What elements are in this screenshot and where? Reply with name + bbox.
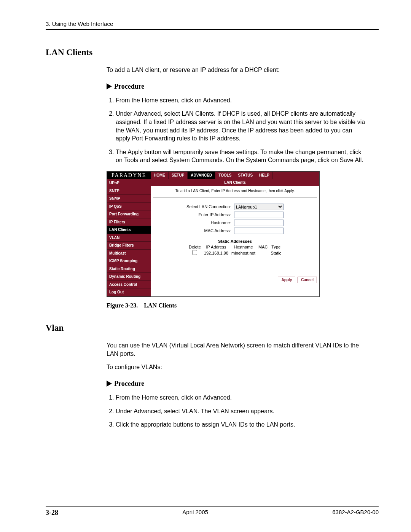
input-host[interactable]	[234, 220, 284, 226]
cell-ip: 192.168.1.98	[204, 250, 228, 256]
form-table: Select LAN Connection: LANgroup1 Enter I…	[185, 202, 285, 236]
triangle-icon	[107, 381, 112, 387]
chapter-header: 3. Using the Web Interface	[46, 21, 379, 27]
list-item: Click the appropriate buttons to assign …	[116, 421, 365, 429]
apply-button[interactable]: Apply	[278, 277, 295, 284]
list-item: From the Home screen, click on Advanced.	[116, 393, 365, 402]
nav-help[interactable]: HELP	[256, 172, 273, 179]
procedure-heading-2: Procedure	[107, 379, 365, 388]
sidebar-item-snmp[interactable]: SNMP	[107, 195, 151, 203]
procedure-label: Procedure	[114, 379, 144, 388]
sidebar-item-static-routing[interactable]: Static Routing	[107, 265, 151, 273]
sidebar-item-multicast[interactable]: Multicast	[107, 250, 151, 258]
procedure-list-1: From the Home screen, click on Advanced.…	[107, 96, 365, 164]
procedure-heading: Procedure	[107, 82, 365, 91]
label-ip: Enter IP Address:	[186, 212, 233, 218]
input-ip[interactable]	[234, 212, 284, 218]
list-item: Under Advanced, select LAN Clients. If D…	[116, 110, 365, 142]
col-host: Hostname	[231, 244, 255, 250]
col-delete: Delete	[189, 244, 201, 250]
sidebar-item-vlan[interactable]: VLAN	[107, 234, 151, 242]
label-host: Hostname:	[186, 220, 233, 226]
figure-caption: Figure 3-23. LAN Clients	[107, 301, 365, 310]
vlan-p2: To configure VLANs:	[107, 363, 365, 371]
col-ip: IP Address	[204, 244, 228, 250]
sidebar-item-ip-filters[interactable]: IP Filters	[107, 218, 151, 226]
cancel-button[interactable]: Cancel	[298, 277, 317, 284]
figure-3-23: PARADYNE HOME SETUP ADVANCED TOOLS STATU…	[107, 171, 365, 309]
sidebar-item-lan-clients[interactable]: LAN Clients	[107, 226, 151, 234]
cell-mac	[258, 250, 268, 256]
col-type: Type	[271, 244, 281, 250]
doc-number: 6382-A2-GB20-00	[332, 509, 379, 517]
sidebar-item-sntp[interactable]: SNTP	[107, 187, 151, 195]
static-addresses-title: Static Addresses	[151, 239, 319, 244]
sidebar-item-dynamic-routing[interactable]: Dynamic Routing	[107, 273, 151, 281]
static-addresses-table: Delete IP Address Hostname MAC Type 192.…	[186, 244, 284, 256]
list-item: From the Home screen, click on Advanced.	[116, 96, 365, 105]
content-title: LAN Clients	[151, 179, 319, 186]
label-conn: Select LAN Connection:	[186, 204, 233, 210]
vlan-p1: You can use the VLAN (Virtual Local Area…	[107, 341, 365, 358]
procedure-label: Procedure	[114, 82, 144, 91]
sidebar-item-igmp[interactable]: IGMP Snooping	[107, 257, 151, 265]
delete-checkbox[interactable]	[192, 250, 197, 255]
footer-date: April 2005	[182, 509, 208, 517]
sidebar-item-bridge-filters[interactable]: Bridge Filters	[107, 242, 151, 250]
input-mac[interactable]	[234, 228, 284, 234]
section-title-lan-clients: LAN Clients	[46, 48, 379, 57]
header-rule	[46, 29, 379, 30]
sidebar-item-log-out[interactable]: Log Out	[107, 288, 151, 296]
list-item: Under Advanced, select VLAN. The VLAN sc…	[116, 407, 365, 416]
procedure-list-2: From the Home screen, click on Advanced.…	[107, 393, 365, 429]
brand-logo: PARADYNE	[107, 172, 151, 179]
sidebar-item-upnp[interactable]: UPnP	[107, 179, 151, 187]
nav-tools[interactable]: TOOLS	[215, 172, 235, 179]
cell-type: Static	[271, 250, 281, 256]
sidebar-item-access-control[interactable]: Access Control	[107, 281, 151, 289]
top-nav: HOME SETUP ADVANCED TOOLS STATUS HELP	[151, 172, 319, 179]
sidebar-item-ipqos[interactable]: IP QoS	[107, 203, 151, 211]
label-mac: MAC Address:	[186, 228, 233, 234]
triangle-icon	[107, 83, 112, 89]
page-number: 3-28	[46, 509, 58, 517]
table-row: 192.168.1.98 minehost.net Static	[189, 250, 281, 256]
page-footer: 3-28 April 2005 6382-A2-GB20-00	[46, 506, 379, 517]
nav-advanced[interactable]: ADVANCED	[188, 172, 215, 179]
intro-text: To add a LAN client, or reserve an IP ad…	[107, 66, 365, 74]
nav-home[interactable]: HOME	[151, 172, 169, 179]
cell-host: minehost.net	[231, 250, 255, 256]
list-item: The Apply button will temporarily save t…	[116, 148, 365, 164]
section-title-vlan: Vlan	[46, 323, 379, 333]
select-lan-connection[interactable]: LANgroup1	[234, 204, 284, 210]
nav-setup[interactable]: SETUP	[169, 172, 188, 179]
col-mac: MAC	[258, 244, 268, 250]
side-nav: UPnP SNTP SNMP IP QoS Port Forwarding IP…	[107, 179, 151, 296]
content-hint: To add a LAN Client, Enter IP Address an…	[153, 186, 317, 198]
nav-status[interactable]: STATUS	[235, 172, 256, 179]
sidebar-item-port-forwarding[interactable]: Port Forwarding	[107, 210, 151, 218]
